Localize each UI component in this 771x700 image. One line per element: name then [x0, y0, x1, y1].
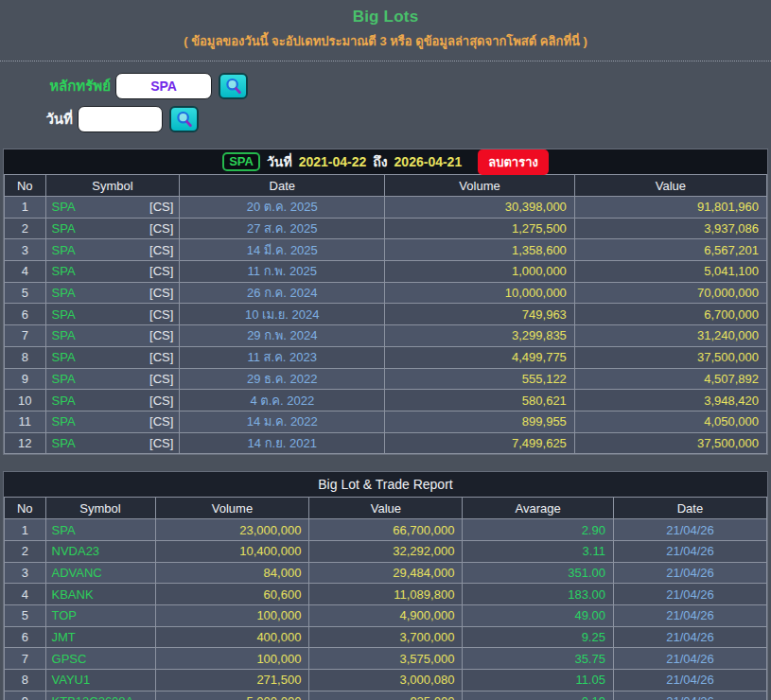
symbol-wrap: SPA[CS] [46, 372, 180, 386]
cell-value: 6,700,000 [574, 304, 766, 325]
cell-volume: 84,000 [155, 562, 309, 584]
cell-symbol: NVDA23 [45, 540, 155, 562]
cell-no: 8 [5, 670, 46, 691]
cell-value: 4,507,892 [574, 368, 766, 390]
cell-symbol: SPA[CS] [45, 261, 180, 283]
symbol-wrap: SPA[CS] [46, 286, 180, 300]
cell-no: 10 [5, 390, 46, 411]
table-row: 7SPA[CS]29 ก.พ. 20243,299,83531,240,000 [5, 325, 767, 347]
cell-volume: 1,000,000 [385, 261, 575, 283]
cell-symbol: VAYU1 [45, 670, 155, 691]
cell-volume: 60,600 [155, 584, 309, 605]
security-type: [CS] [149, 307, 173, 322]
cell-volume: 5,000,000 [155, 691, 309, 700]
biglot-table-body: 1SPA[CS]20 ต.ค. 202530,398,00091,801,960… [5, 197, 767, 454]
search-form: หลักทรัพย์ วันที่ [0, 61, 771, 149]
cell-date: 14 มี.ค. 2025 [180, 239, 385, 261]
date-from: 2021-04-22 [299, 154, 367, 169]
table-row: 12SPA[CS]14 ก.ย. 20217,499,62537,500,000 [5, 432, 767, 454]
date-label: วันที่ [0, 108, 73, 131]
date-search-button[interactable] [169, 106, 199, 132]
cell-value: 3,937,086 [574, 218, 766, 239]
cell-value: 29,484,000 [309, 562, 463, 584]
cell-avarage: 183.00 [463, 584, 614, 605]
symbol-badge: SPA [222, 152, 260, 171]
cell-no: 4 [5, 584, 46, 605]
cell-no: 5 [5, 605, 46, 627]
cell-no: 9 [5, 691, 46, 700]
cell-no: 11 [5, 411, 46, 432]
cell-avarage: 3.11 [463, 540, 614, 562]
search-icon [175, 110, 194, 129]
cell-no: 2 [5, 540, 46, 562]
security-type: [CS] [149, 286, 173, 300]
cell-value: 31,240,000 [574, 325, 766, 347]
cell-no: 12 [5, 432, 46, 454]
cell-no: 7 [5, 325, 46, 347]
cell-no: 9 [5, 368, 46, 390]
cell-value: 70,000,000 [574, 282, 766, 304]
cell-volume: 23,000,000 [155, 519, 309, 541]
cell-volume: 100,000 [155, 648, 309, 670]
search-icon [224, 77, 243, 96]
symbol-wrap: SPA[CS] [46, 200, 180, 214]
page: { "header": { "title": "Big Lots", "subt… [0, 0, 771, 700]
symbol-text: SPA [52, 286, 76, 300]
page-title: Big Lots [0, 8, 771, 26]
cell-volume: 749,963 [385, 304, 575, 325]
cell-value: 91,801,960 [574, 197, 766, 219]
column-header-value: Value [574, 175, 766, 197]
cell-symbol: SPA[CS] [45, 390, 180, 411]
cell-symbol: SPA[CS] [45, 282, 180, 304]
cell-symbol: SPA [45, 519, 155, 541]
cell-symbol: SPA[CS] [45, 304, 180, 325]
cell-value: 6,567,201 [574, 239, 766, 261]
cell-date: 21/04/26 [613, 691, 766, 700]
cell-value: 32,292,000 [309, 540, 463, 562]
column-header-symbol: Symbol [45, 498, 155, 519]
cell-date: 27 ส.ค. 2025 [180, 218, 385, 239]
table-row: 2NVDA2310,400,00032,292,0003.1121/04/26 [5, 540, 767, 562]
symbol-wrap: SPA[CS] [46, 350, 180, 364]
cell-avarage: 351.00 [463, 562, 614, 584]
cell-value: 4,050,000 [574, 411, 766, 432]
cell-date: 29 ก.พ. 2024 [180, 325, 385, 347]
cell-no: 1 [5, 519, 46, 541]
cell-symbol: SPA[CS] [45, 346, 180, 368]
symbol-input[interactable] [115, 73, 212, 99]
security-type: [CS] [149, 350, 173, 364]
cell-date: 21/04/26 [613, 519, 766, 541]
security-type: [CS] [149, 264, 173, 278]
trade-report-data-table: No Symbol Volume Value Avarage Date 1SPA… [4, 497, 767, 700]
table-row: 7GPSC100,0003,575,00035.7521/04/26 [5, 648, 767, 670]
symbol-search-button[interactable] [219, 73, 248, 99]
security-type: [CS] [149, 200, 173, 214]
cell-symbol: SPA[CS] [45, 368, 180, 390]
trade-report-table-body: 1SPA23,000,00066,700,0002.9021/04/262NVD… [5, 519, 767, 700]
table-row: 4SPA[CS]11 ก.พ. 20251,000,0005,041,100 [5, 261, 767, 283]
cell-date: 21/04/26 [613, 584, 766, 605]
date-input[interactable] [78, 106, 163, 132]
cell-symbol: SPA[CS] [45, 218, 180, 239]
cell-no: 4 [5, 261, 46, 283]
biglot-table: SPA วันที่ 2021-04-22 ถึง 2026-04-21 ลบต… [3, 149, 768, 455]
cell-symbol: KTB13C2608A [45, 691, 155, 700]
cell-avarage: 11.05 [463, 670, 614, 691]
cell-symbol: SPA[CS] [45, 197, 180, 219]
cell-volume: 899,955 [385, 411, 575, 432]
cell-avarage: 0.19 [463, 691, 614, 700]
cell-date: 10 เม.ย. 2024 [180, 304, 385, 325]
update-note-link[interactable]: ( ข้อมูลของวันนี้ จะอัปเดทประมาณตี 3 หรื… [0, 31, 771, 51]
cell-value: 3,948,420 [574, 390, 766, 411]
cell-value: 66,700,000 [309, 519, 463, 541]
cell-date: 26 ก.ค. 2024 [180, 282, 385, 304]
symbol-text: SPA [52, 436, 76, 450]
column-header-no: No [5, 175, 46, 197]
date-to-word: ถึง [373, 151, 387, 172]
cell-no: 2 [5, 218, 46, 239]
cell-volume: 4,499,775 [385, 346, 575, 368]
cell-volume: 3,299,835 [385, 325, 575, 347]
symbol-text: SPA [52, 372, 76, 386]
symbol-wrap: SPA[CS] [46, 414, 180, 429]
delete-table-button[interactable]: ลบตาราง [478, 149, 549, 175]
